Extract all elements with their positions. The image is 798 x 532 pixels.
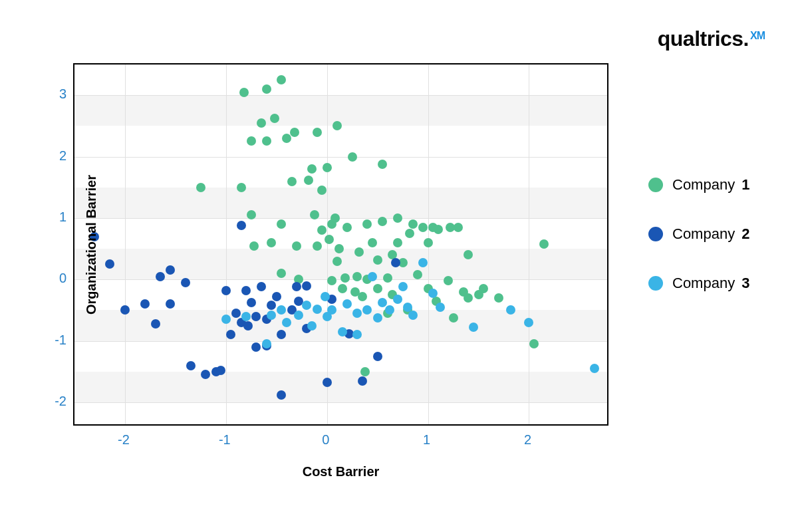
data-point	[449, 313, 458, 323]
data-point	[405, 229, 414, 238]
data-point	[323, 163, 332, 172]
y-tick-label: 0	[59, 271, 66, 286]
data-point	[292, 282, 301, 291]
data-point	[342, 299, 352, 309]
grid-line-horizontal	[74, 402, 607, 403]
data-point	[277, 219, 286, 229]
data-point	[313, 128, 322, 137]
data-point	[464, 293, 473, 303]
data-point	[378, 217, 387, 226]
data-point	[340, 273, 350, 283]
y-tick-label: 3	[59, 86, 66, 102]
data-point	[237, 221, 246, 230]
grid-line-horizontal	[74, 157, 607, 158]
data-point	[302, 301, 311, 310]
data-point	[196, 183, 205, 192]
x-axis-label: Cost Barrier	[303, 464, 380, 479]
data-point	[257, 118, 266, 128]
data-point	[302, 281, 311, 291]
data-point	[270, 114, 279, 123]
data-point	[237, 183, 246, 192]
data-point	[418, 223, 428, 232]
data-point	[338, 284, 347, 293]
data-point	[294, 311, 303, 320]
grid-band	[74, 372, 607, 402]
x-tick-label: -1	[219, 432, 231, 448]
data-point	[434, 225, 443, 234]
data-point	[408, 311, 418, 320]
data-point	[334, 244, 344, 253]
data-point	[408, 219, 418, 229]
grid-line-horizontal	[74, 341, 607, 342]
data-point	[272, 292, 281, 301]
data-point	[373, 313, 382, 323]
data-point	[282, 318, 291, 327]
data-point	[358, 376, 367, 386]
data-point	[181, 278, 190, 287]
data-point	[267, 238, 276, 247]
data-point	[332, 257, 342, 266]
data-point	[241, 312, 251, 321]
data-point	[267, 301, 276, 310]
data-point	[332, 121, 342, 130]
legend-item-company-1: Company 1	[648, 176, 750, 194]
y-tick-label: 2	[59, 148, 66, 163]
data-point	[331, 213, 340, 223]
data-point	[321, 292, 330, 301]
data-point	[241, 286, 251, 295]
data-point	[251, 342, 261, 352]
data-point	[383, 273, 392, 283]
y-tick-label: 1	[59, 209, 66, 224]
data-point	[292, 241, 301, 251]
data-point	[277, 75, 286, 84]
legend-swatch-icon	[648, 276, 663, 291]
grid-line-vertical	[125, 65, 126, 424]
data-point	[239, 88, 249, 97]
x-tick-label: 0	[322, 432, 329, 448]
data-point	[352, 272, 362, 281]
grid-line-vertical	[327, 65, 328, 424]
data-point	[444, 276, 453, 285]
data-point	[262, 339, 271, 348]
x-tick-label: 1	[423, 432, 430, 448]
legend-swatch-icon	[648, 178, 663, 192]
chart-frame: qualtrics. XM Cost Barrier Organizationa…	[0, 0, 798, 532]
grid-band	[74, 95, 607, 126]
data-point	[393, 295, 402, 304]
data-point	[428, 289, 438, 298]
logo-xm: XM	[750, 30, 765, 42]
data-point	[529, 339, 539, 348]
grid-band	[74, 188, 607, 218]
data-point	[368, 272, 377, 281]
data-point	[290, 128, 299, 137]
legend-item-company-3: Company 3	[648, 275, 750, 292]
data-point	[186, 361, 196, 370]
legend-swatch-icon	[648, 227, 663, 241]
data-point	[267, 311, 276, 320]
legend-label: Company 3	[672, 275, 750, 292]
data-point	[313, 241, 322, 251]
data-point	[304, 176, 313, 185]
data-point	[393, 238, 402, 247]
data-point	[393, 213, 402, 223]
data-point	[221, 286, 231, 295]
grid-line-horizontal	[74, 218, 607, 219]
data-point	[494, 293, 503, 303]
data-point	[151, 319, 160, 329]
data-point	[338, 327, 347, 336]
data-point	[424, 238, 433, 247]
data-point	[358, 292, 367, 301]
legend-item-company-2: Company 2	[648, 225, 750, 243]
data-point	[257, 282, 266, 291]
data-point	[262, 84, 271, 94]
data-point	[307, 321, 317, 331]
data-point	[327, 276, 336, 285]
data-point	[354, 247, 364, 257]
scatter-plot: Cost Barrier Organizational Barrier -2-1…	[73, 63, 608, 426]
y-axis-label: Organizational Barrier	[84, 174, 99, 314]
data-point	[373, 284, 382, 293]
data-point	[348, 152, 357, 162]
data-point	[317, 225, 327, 235]
data-point	[454, 223, 463, 232]
data-point	[342, 223, 352, 232]
